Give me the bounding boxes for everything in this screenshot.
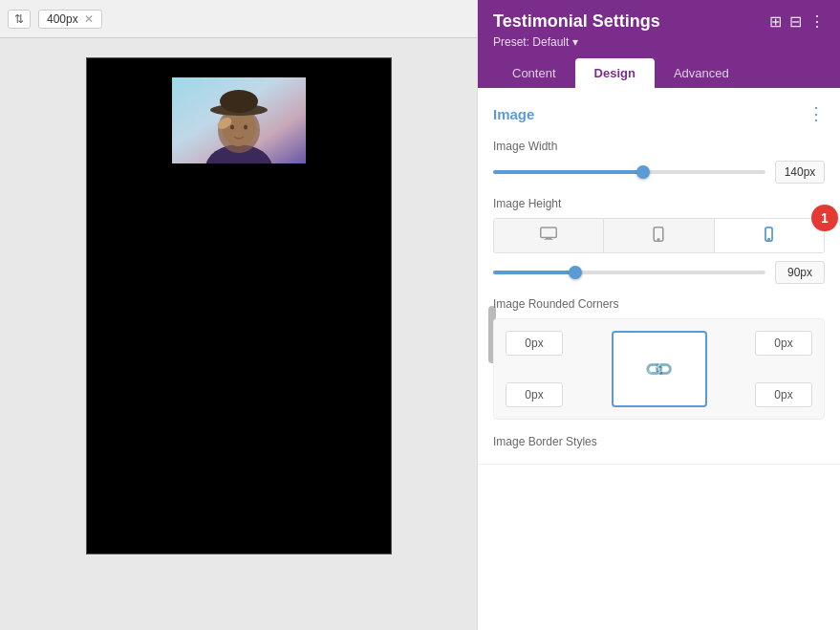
image-section: Image ⋮ Image Width Image Height (478, 88, 840, 465)
image-height-slider[interactable] (493, 271, 765, 274)
dimension-value: 400px (47, 12, 78, 26)
corner-top-left[interactable] (506, 331, 563, 356)
image-width-row: Image Width (493, 140, 825, 184)
svg-point-5 (220, 90, 258, 113)
corner-top-right[interactable] (755, 331, 812, 356)
more-icon[interactable]: ⋮ (809, 12, 825, 31)
link-box[interactable]: 🔗 (612, 331, 707, 407)
device-selector[interactable]: ⇅ (8, 10, 31, 29)
section-title: Image (493, 106, 534, 122)
badge-1: 1 (811, 205, 838, 231)
svg-point-6 (230, 125, 234, 130)
corner-bottom-left[interactable] (506, 382, 563, 407)
canvas-area: ⇅ 400px ✕ (0, 0, 477, 630)
panel-body: Image ⋮ Image Width Image Height (478, 88, 840, 630)
tab-content[interactable]: Content (493, 58, 575, 88)
corner-center: 🔗 (571, 331, 747, 407)
link-icon: 🔗 (642, 353, 676, 386)
rounded-corners-label: Image Rounded Corners (493, 297, 825, 311)
tab-advanced[interactable]: Advanced (655, 58, 748, 88)
panel-title: Testimonial Settings (493, 11, 660, 32)
desktop-btn[interactable] (494, 219, 604, 252)
section-header: Image ⋮ (493, 103, 825, 124)
tablet-btn[interactable] (604, 219, 714, 252)
corners-container: 🔗 (493, 318, 825, 420)
image-width-slider-row (493, 161, 825, 184)
settings-panel: Testimonial Settings ⊞ ⊟ ⋮ Preset: Defau… (477, 0, 840, 630)
device-arrows-icon: ⇅ (14, 12, 24, 26)
device-buttons (493, 218, 825, 253)
image-height-value[interactable] (775, 261, 825, 284)
svg-point-15 (768, 239, 769, 240)
image-width-label: Image Width (493, 140, 825, 153)
testimonial-image (172, 77, 306, 163)
tab-design[interactable]: Design (575, 58, 655, 88)
svg-rect-10 (546, 238, 551, 240)
dimension-input[interactable]: 400px ✕ (38, 10, 102, 29)
panel-tabs: Content Design Advanced (493, 58, 825, 88)
svg-rect-9 (541, 228, 557, 238)
corner-bottom-right[interactable] (755, 382, 812, 407)
corners-grid: 🔗 (506, 331, 812, 407)
panel-header: Testimonial Settings ⊞ ⊟ ⋮ Preset: Defau… (478, 0, 840, 88)
image-height-slider-row (493, 261, 825, 284)
panel-title-icons: ⊞ ⊟ ⋮ (769, 12, 825, 31)
close-icon[interactable]: ✕ (84, 12, 94, 26)
image-height-row: Image Height 1 (493, 197, 825, 284)
rounded-corners-row: Image Rounded Corners 🔗 (493, 297, 825, 420)
preset-label[interactable]: Preset: Default ▾ (493, 35, 825, 49)
svg-point-7 (244, 125, 248, 130)
canvas-toolbar: ⇅ 400px ✕ (0, 0, 477, 38)
svg-point-13 (658, 239, 660, 241)
page-block (86, 57, 392, 554)
preset-arrow-icon: ▾ (572, 35, 578, 49)
svg-rect-11 (545, 239, 553, 240)
image-height-label: Image Height (493, 197, 825, 210)
canvas-content (0, 38, 477, 630)
border-styles-label: Image Border Styles (493, 435, 825, 448)
mobile-btn[interactable] (715, 219, 824, 252)
section-menu-icon[interactable]: ⋮ (808, 103, 825, 124)
image-height-slider-container: 2 (493, 261, 825, 284)
split-icon[interactable]: ⊟ (789, 12, 802, 31)
image-width-slider[interactable] (493, 170, 765, 174)
fit-icon[interactable]: ⊞ (769, 12, 782, 31)
image-width-value[interactable] (775, 161, 825, 184)
